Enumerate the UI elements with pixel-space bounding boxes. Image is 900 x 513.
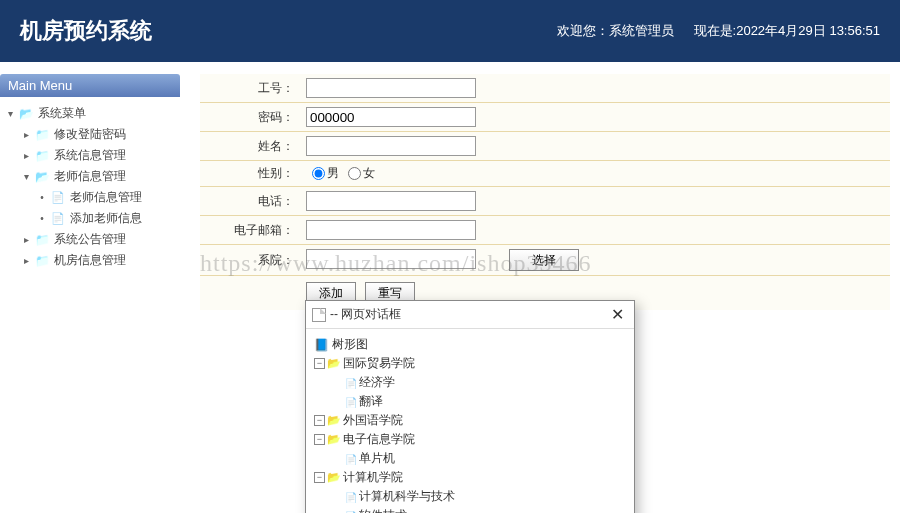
- sidebar-item-announcement[interactable]: ▸ 系统公告管理: [20, 229, 176, 250]
- header-right: 欢迎您：系统管理员 现在是:2022年4月29日 13:56:51: [557, 22, 880, 40]
- name-label: 姓名：: [200, 132, 300, 161]
- tree-root[interactable]: ▾ 系统菜单: [4, 103, 176, 124]
- phone-label: 电话：: [200, 187, 300, 216]
- expand-icon[interactable]: ▸: [20, 150, 32, 161]
- sidebar-item-label: 系统信息管理: [54, 147, 126, 164]
- sidebar: Main Menu ▾ 系统菜单 ▸ 修改登陆密码 ▸ 系统信息管理: [0, 74, 180, 310]
- close-icon[interactable]: ✕: [607, 305, 628, 310]
- email-label: 电子邮箱：: [200, 216, 300, 245]
- bullet-icon: •: [36, 213, 48, 224]
- page-icon: [312, 308, 326, 311]
- email-input[interactable]: [306, 220, 476, 240]
- folder-icon: [34, 254, 50, 268]
- sidebar-item-teacher-info[interactable]: • 老师信息管理: [36, 187, 176, 208]
- worker-id-label: 工号：: [200, 74, 300, 103]
- sidebar-item-label: 老师信息管理: [54, 168, 126, 185]
- folder-icon: [34, 128, 50, 142]
- sidebar-item-label: 添加老师信息: [70, 210, 142, 227]
- collapse-icon[interactable]: ▾: [4, 108, 16, 119]
- gender-male-radio[interactable]: [312, 167, 325, 180]
- expand-icon[interactable]: ▸: [20, 234, 32, 245]
- sidebar-item-add-teacher[interactable]: • 添加老师信息: [36, 208, 176, 229]
- folder-open-icon: [18, 107, 34, 121]
- sidebar-item-label: 修改登陆密码: [54, 126, 126, 143]
- bullet-icon: •: [36, 192, 48, 203]
- sidebar-item-label: 机房信息管理: [54, 252, 126, 269]
- worker-id-input[interactable]: [306, 78, 476, 98]
- gender-female-radio[interactable]: [348, 167, 361, 180]
- sidebar-item-room-mgmt[interactable]: ▸ 机房信息管理: [20, 250, 176, 271]
- app-header: 机房预约系统 欢迎您：系统管理员 现在是:2022年4月29日 13:56:51: [0, 0, 900, 62]
- expand-icon[interactable]: ▸: [20, 129, 32, 140]
- teacher-form: 工号： 密码： 姓名： 性别： 男 女 电话：: [200, 74, 890, 276]
- welcome-text: 欢迎您：系统管理员: [557, 22, 674, 40]
- college-picker-dialog: -- 网页对话框 ✕ 📘 树形图 −国际贸易学院经济学翻译−外国语学院−电子信息…: [305, 300, 635, 310]
- gender-label: 性别：: [200, 161, 300, 187]
- expand-icon[interactable]: ▸: [20, 255, 32, 266]
- sidebar-item-system-info[interactable]: ▸ 系统信息管理: [20, 145, 176, 166]
- dialog-titlebar: -- 网页对话框 ✕: [306, 301, 634, 310]
- tree-root-label: 系统菜单: [38, 105, 86, 122]
- nav-tree: ▾ 系统菜单 ▸ 修改登陆密码 ▸ 系统信息管理 ▾ 老师信息: [0, 97, 180, 277]
- name-input[interactable]: [306, 136, 476, 156]
- sidebar-item-label: 老师信息管理: [70, 189, 142, 206]
- main-content: 工号： 密码： 姓名： 性别： 男 女 电话：: [180, 74, 900, 310]
- password-label: 密码：: [200, 103, 300, 132]
- gender-group: 男 女: [300, 161, 890, 187]
- gender-male-label: 男: [327, 166, 339, 180]
- main-menu-header: Main Menu: [0, 74, 180, 97]
- folder-icon: [34, 149, 50, 163]
- choose-button[interactable]: 选择: [509, 249, 579, 271]
- gender-female-label: 女: [363, 166, 375, 180]
- page-icon: [50, 212, 66, 226]
- page-icon: [50, 191, 66, 205]
- password-input[interactable]: [306, 107, 476, 127]
- phone-input[interactable]: [306, 191, 476, 211]
- college-input[interactable]: [306, 249, 476, 269]
- dialog-title-text: -- 网页对话框: [330, 306, 401, 310]
- app-title: 机房预约系统: [20, 16, 152, 46]
- collapse-icon[interactable]: ▾: [20, 171, 32, 182]
- sidebar-item-label: 系统公告管理: [54, 231, 126, 248]
- datetime-text: 现在是:2022年4月29日 13:56:51: [694, 22, 880, 40]
- sidebar-item-change-password[interactable]: ▸ 修改登陆密码: [20, 124, 176, 145]
- sidebar-item-teacher-mgmt[interactable]: ▾ 老师信息管理: [20, 166, 176, 187]
- folder-icon: [34, 233, 50, 247]
- folder-open-icon: [34, 170, 50, 184]
- college-label: 系院：: [200, 245, 300, 276]
